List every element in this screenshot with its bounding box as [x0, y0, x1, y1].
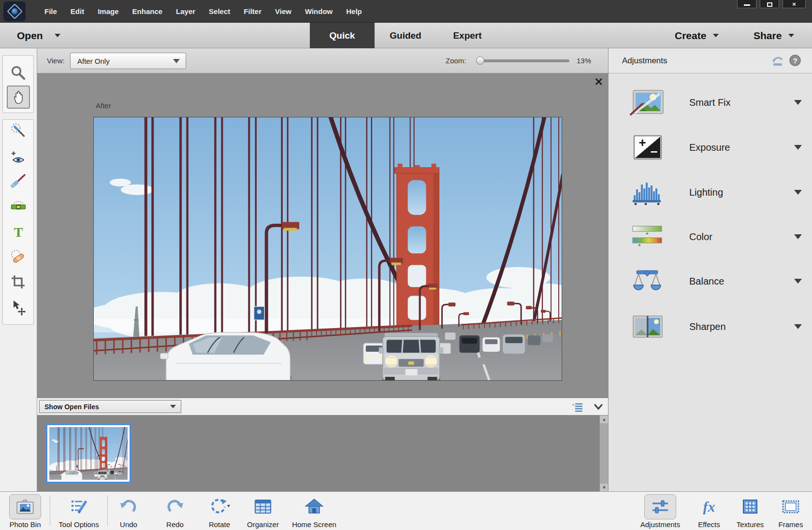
menu-filter[interactable]: Filter	[237, 0, 268, 23]
frames-label: Frames	[779, 520, 803, 529]
hand-tool-button[interactable]	[7, 86, 30, 109]
adjustment-balance[interactable]: Balance	[609, 259, 812, 303]
bridge-photo-illustration	[94, 117, 562, 380]
zoom-tool-button[interactable]	[7, 61, 30, 85]
adjustment-lighting[interactable]: Lighting	[609, 170, 812, 215]
close-icon: ×	[792, 0, 796, 8]
quick-selection-tool-icon	[10, 122, 27, 139]
adjustment-sharpen[interactable]: Sharpen	[609, 304, 812, 349]
balance-icon	[630, 267, 665, 295]
type-tool-button[interactable]: T	[7, 220, 30, 244]
effects-label: Effects	[698, 520, 720, 529]
menu-help[interactable]: Help	[339, 0, 369, 23]
undo-button[interactable]: Undo	[102, 494, 155, 529]
zoom-label: Zoom:	[446, 57, 466, 65]
chevron-down-icon[interactable]	[794, 234, 802, 239]
minimize-button[interactable]	[737, 0, 756, 8]
view-options-bar: View: After Only Zoom: 13%	[37, 48, 608, 73]
tab-expert[interactable]: Expert	[436, 23, 498, 48]
lighting-label: Lighting	[689, 187, 723, 198]
create-button[interactable]: Create	[675, 23, 719, 48]
chevron-down-icon[interactable]	[794, 190, 802, 195]
redo-icon	[165, 498, 185, 516]
zoom-slider[interactable]	[478, 59, 569, 62]
frames-button[interactable]: Frames	[764, 494, 812, 529]
close-image-icon[interactable]: ✕	[594, 77, 603, 87]
home-screen-label: Home Screen	[292, 520, 336, 529]
help-glyph: ?	[793, 57, 797, 65]
window-controls: ×	[737, 0, 806, 8]
zoom-slider-thumb[interactable]	[476, 57, 484, 65]
chevron-down-icon	[788, 34, 794, 37]
menu-image[interactable]: Image	[91, 0, 125, 23]
color-label: Color	[689, 231, 712, 243]
organizer-button[interactable]: Organizer	[236, 494, 290, 529]
menu-window[interactable]: Window	[298, 0, 339, 23]
move-tool-icon	[10, 300, 27, 316]
photo-bin-button[interactable]: Photo Bin	[0, 494, 52, 529]
photo-bin-scrollbar[interactable]: ▲ ▼	[599, 415, 608, 491]
menu-view[interactable]: View	[268, 0, 298, 23]
create-label: Create	[675, 30, 706, 42]
quick-selection-tool-button[interactable]	[7, 119, 30, 142]
textures-label: Textures	[737, 520, 764, 529]
silver-suv	[97, 470, 108, 480]
chevron-down-icon[interactable]	[794, 324, 802, 329]
exposure-plus-glyph: +	[638, 135, 646, 150]
view-mode-value: After Only	[77, 57, 110, 65]
straighten-tool-button[interactable]	[7, 195, 30, 218]
adjustments-button[interactable]: Adjustments	[634, 494, 687, 529]
adjustments-panel-header: Adjustments ?	[609, 48, 812, 73]
spot-healing-brush-tool-button[interactable]	[7, 245, 30, 269]
smart-fix-icon	[630, 88, 665, 116]
reset-icon[interactable]	[770, 54, 785, 70]
adjustments-panel: Adjustments ? Smart Fix	[608, 48, 812, 491]
tab-guided[interactable]: Guided	[375, 23, 436, 48]
adjustment-exposure[interactable]: + − Exposure	[609, 125, 812, 170]
organizer-icon	[253, 498, 273, 516]
bridge-photo-thumbnail[interactable]	[46, 424, 131, 483]
open-button[interactable]: Open	[17, 23, 60, 48]
tab-quick[interactable]: Quick	[310, 23, 375, 48]
view-label: View:	[47, 57, 64, 65]
hand-tool-icon	[10, 89, 27, 105]
maximize-button[interactable]	[760, 0, 779, 8]
view-mode-select[interactable]: After Only	[70, 53, 186, 69]
menu-select[interactable]: Select	[202, 0, 237, 23]
help-icon[interactable]: ?	[788, 54, 802, 69]
adjustment-color[interactable]: Color	[609, 215, 812, 259]
scroll-up-icon[interactable]: ▲	[600, 415, 609, 423]
show-open-files-select[interactable]: Show Open Files	[39, 400, 181, 413]
list-menu-icon[interactable]	[571, 401, 583, 414]
chevron-down-icon	[170, 405, 176, 408]
editor-center-column: View: After Only Zoom: 13% ✕ After	[37, 48, 608, 491]
after-label: After	[96, 101, 111, 110]
menu-edit[interactable]: Edit	[64, 0, 91, 23]
home-screen-button[interactable]: Home Screen	[288, 494, 341, 529]
tool-options-button[interactable]: Tool Options	[52, 494, 105, 529]
menu-enhance[interactable]: Enhance	[126, 0, 170, 23]
scroll-down-icon[interactable]: ▼	[600, 484, 609, 491]
whiten-teeth-tool-button[interactable]	[7, 169, 30, 192]
chevron-down-icon[interactable]	[794, 100, 802, 105]
menu-layer[interactable]: Layer	[169, 0, 202, 23]
red-eye-removal-tool-button[interactable]	[7, 146, 30, 170]
silver-suv	[379, 333, 444, 380]
share-button[interactable]: Share	[754, 23, 794, 48]
adjustment-smart-fix[interactable]: Smart Fix	[609, 80, 812, 125]
chevron-down-icon	[55, 34, 60, 37]
menu-file[interactable]: File	[38, 0, 64, 23]
bridge-tower	[395, 164, 439, 337]
adjustments-title: Adjustments	[622, 56, 667, 66]
adjustments-taskbar-label: Adjustments	[640, 520, 681, 529]
red-eye-removal-tool-icon	[10, 150, 27, 166]
crop-tool-button[interactable]	[7, 271, 30, 294]
chevron-down-icon[interactable]	[794, 145, 802, 150]
chevron-down-icon[interactable]	[794, 279, 802, 284]
move-tool-button[interactable]	[7, 296, 30, 319]
collapse-chevron-icon[interactable]	[593, 402, 604, 413]
photo-bin-toolbar: Show Open Files	[37, 398, 608, 415]
close-button[interactable]: ×	[783, 0, 806, 8]
type-tool-glyph: T	[14, 225, 23, 240]
lighting-icon	[630, 178, 665, 206]
